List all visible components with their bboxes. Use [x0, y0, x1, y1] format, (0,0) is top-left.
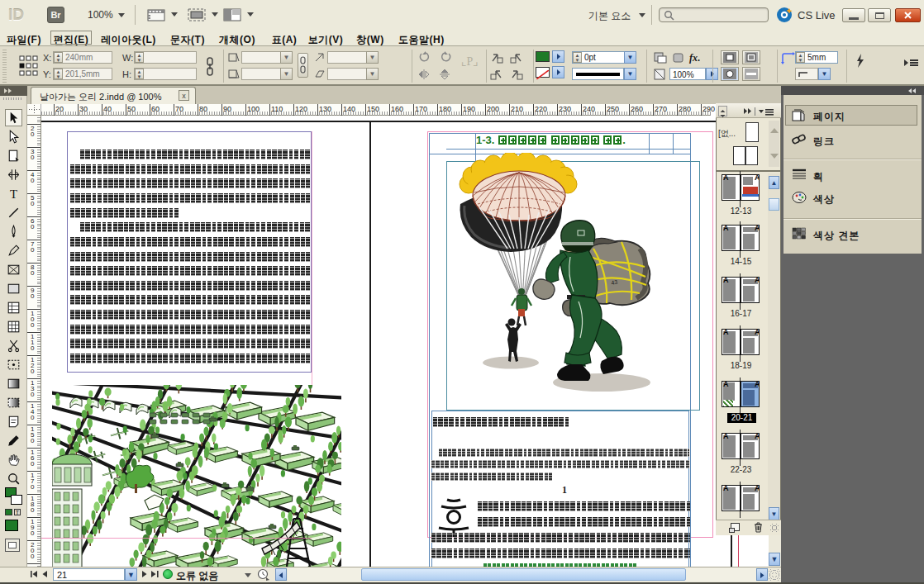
svg-text:43: 43: [611, 279, 618, 286]
svg-text:T: T: [10, 188, 17, 201]
